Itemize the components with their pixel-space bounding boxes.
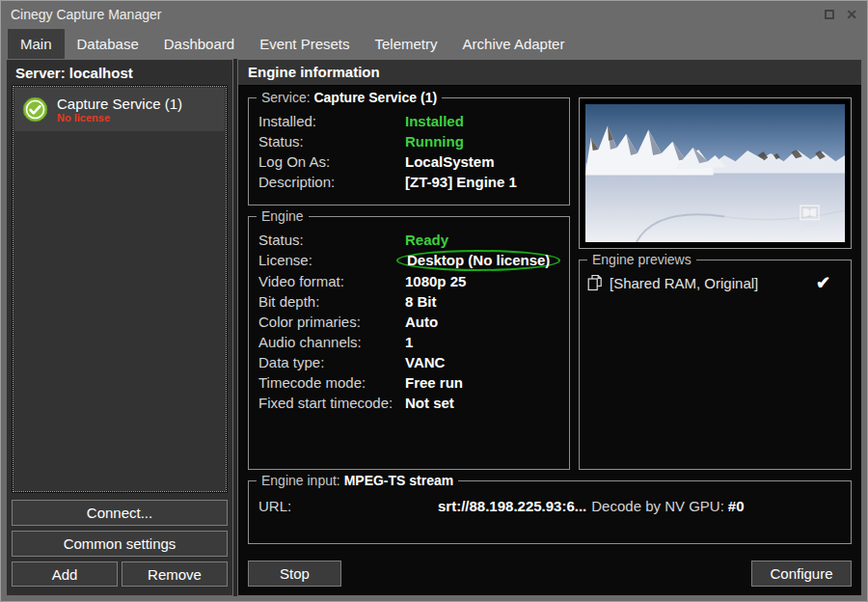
service-row-status: Status: Running [258, 131, 561, 151]
configure-button[interactable]: Configure [751, 561, 852, 587]
bit-depth-value: 8 Bit [405, 291, 437, 312]
engine-previews-groupbox: Engine previews [Shared RAM, Original] ✔ [579, 260, 852, 470]
service-status-value: Running [405, 131, 464, 151]
server-panel: Server: localhost Capture Service (1) No… [6, 59, 233, 596]
service-item-license-warning: No license [57, 112, 182, 124]
tab-bar: Main Database Dashboard Event Presets Te… [1, 27, 867, 59]
license-value-highlighted: Desktop (No license) [396, 250, 560, 271]
description-value: [ZT-93] Engine 1 [405, 172, 517, 192]
service-item-text: Capture Service (1) No license [57, 96, 182, 124]
engine-information-panel: Engine information Service: Capture Serv… [237, 59, 862, 596]
check-icon: ✔ [816, 272, 830, 293]
engine-information-content: Service: Capture Service (1) Installed: … [238, 86, 861, 595]
timecode-mode-value: Free run [405, 372, 463, 393]
engine-groupbox: Engine Status: Ready License: Desktop (N… [248, 216, 570, 470]
add-remove-row: Add Remove [12, 561, 228, 587]
engine-previews-legend: Engine previews [587, 252, 696, 267]
video-preview-thumbnail[interactable] [579, 97, 852, 249]
stop-button[interactable]: Stop [248, 561, 341, 587]
client-area: Server: localhost Capture Service (1) No… [6, 59, 862, 596]
service-list[interactable]: Capture Service (1) No license [12, 85, 228, 493]
engine-row-bit-depth: Bit depth: 8 Bit [258, 291, 561, 312]
mountain-preview-image [585, 104, 845, 242]
window-title: Cinegy Capture Manager [11, 7, 161, 22]
url-value: srt://88.198.225.93:6... [438, 496, 586, 516]
tab-main[interactable]: Main [8, 29, 65, 59]
engine-preview-item-label: [Shared RAM, Original] [610, 275, 758, 291]
engine-row-video-format: Video format: 1080p 25 [258, 271, 561, 291]
add-button[interactable]: Add [12, 561, 118, 587]
maximize-icon [825, 10, 834, 19]
installed-value: Installed [405, 111, 464, 131]
engine-row-color-primaries: Color primaries: Auto [258, 312, 561, 332]
engine-row-status: Status: Ready [258, 230, 561, 250]
service-groupbox: Service: Capture Service (1) Installed: … [248, 97, 570, 205]
engine-actions-row: Stop Configure [248, 561, 852, 587]
logon-value: LocalSystem [405, 151, 495, 172]
url-label: URL: [258, 496, 438, 516]
video-format-value: 1080p 25 [405, 271, 466, 291]
decode-value: #0 [728, 496, 745, 516]
decode-label: Decode by NV GPU: [591, 496, 724, 516]
service-item-name: Capture Service (1) [57, 96, 182, 112]
tab-database[interactable]: Database [65, 29, 151, 59]
engine-row-timecode-mode: Timecode mode: Free run [258, 372, 561, 393]
common-settings-button[interactable]: Common settings [12, 531, 228, 557]
engine-input-groupbox: Engine input: MPEG-TS stream URL: srt://… [248, 480, 852, 544]
tab-event-presets[interactable]: Event Presets [247, 29, 362, 59]
service-row-description: Description: [ZT-93] Engine 1 [258, 172, 561, 192]
engine-status-value: Ready [405, 230, 448, 250]
engine-group-legend: Engine [257, 208, 309, 224]
engine-input-url-row: URL: srt://88.198.225.93:6... Decode by … [258, 496, 841, 516]
data-type-value: VANC [405, 352, 445, 372]
engine-row-license: License: Desktop (No license) [258, 250, 561, 271]
close-button[interactable]: ✕ [846, 8, 857, 21]
engine-row-audio-channels: Audio channels: 1 [258, 332, 561, 352]
service-group-legend: Service: Capture Service (1) [257, 90, 442, 105]
title-bar: Cinegy Capture Manager ✕ [1, 1, 867, 27]
tab-telemetry[interactable]: Telemetry [363, 29, 450, 59]
window-controls: ✕ [813, 8, 857, 21]
app-window: Cinegy Capture Manager ✕ Main Database D… [0, 0, 868, 602]
service-row-installed: Installed: Installed [258, 111, 561, 131]
fixed-start-timecode-value: Not set [405, 393, 454, 413]
tab-archive-adapter[interactable]: Archive Adapter [450, 29, 578, 59]
connect-button[interactable]: Connect... [12, 500, 228, 526]
remove-button[interactable]: Remove [122, 561, 228, 587]
engine-row-fixed-start-timecode: Fixed start timecode: Not set [258, 393, 561, 413]
pages-icon [587, 274, 603, 291]
audio-channels-value: 1 [405, 332, 413, 352]
status-ok-icon [22, 96, 48, 123]
maximize-button[interactable] [825, 10, 834, 19]
tab-dashboard[interactable]: Dashboard [151, 29, 247, 59]
service-list-item[interactable]: Capture Service (1) No license [14, 88, 225, 131]
server-panel-buttons: Connect... Common settings Add Remove [7, 493, 232, 595]
engine-row-data-type: Data type: VANC [258, 352, 561, 372]
server-panel-header: Server: localhost [7, 60, 232, 85]
color-primaries-value: Auto [405, 312, 438, 332]
engine-information-header: Engine information [238, 60, 861, 86]
engine-input-legend: Engine input: MPEG-TS stream [257, 473, 458, 488]
service-row-logon: Log On As: LocalSystem [258, 151, 561, 172]
engine-preview-item[interactable]: [Shared RAM, Original] ✔ [587, 272, 843, 293]
